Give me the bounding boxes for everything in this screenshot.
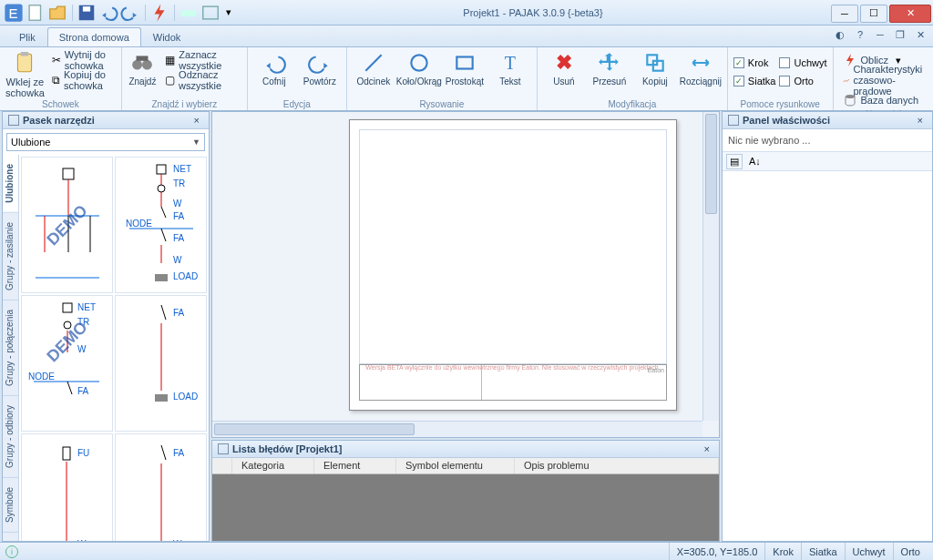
find-button[interactable]: Znajdź xyxy=(128,49,158,97)
qat-extra2-icon[interactable] xyxy=(200,3,220,23)
sort-icon[interactable]: A↓ xyxy=(746,155,764,168)
select-all-button[interactable]: ▦Zaznacz wszystkie xyxy=(161,51,241,69)
select-all-icon: ▦ xyxy=(165,53,175,67)
undo-button[interactable]: Cofnij xyxy=(253,49,295,97)
uchwyt-checkbox[interactable]: Uchwyt xyxy=(779,55,826,71)
redo-icon[interactable] xyxy=(120,3,140,23)
info-icon[interactable]: i xyxy=(5,545,18,558)
new-icon[interactable] xyxy=(26,3,46,23)
side-tab-zasilanie[interactable]: Grupy - zasilanie xyxy=(3,213,18,300)
svg-rect-25 xyxy=(157,165,166,174)
hscroll-thumb[interactable] xyxy=(214,423,415,435)
pin-icon[interactable] xyxy=(218,443,229,454)
group-label-znajdz: Znajdź i wybierz xyxy=(128,99,241,110)
undo-icon[interactable] xyxy=(98,3,118,23)
qat-dropdown-icon[interactable]: ▾ xyxy=(222,3,235,23)
cut-button[interactable]: ✂Wytnij do schowka xyxy=(48,51,116,69)
mdi-restore-icon[interactable]: ❐ xyxy=(893,27,907,42)
copy-obj-button[interactable]: Kopiuj xyxy=(634,49,676,97)
svg-line-52 xyxy=(161,305,166,320)
status-krok[interactable]: Krok xyxy=(764,543,801,560)
app-icon[interactable]: E xyxy=(4,3,24,23)
svg-point-28 xyxy=(158,185,165,192)
categorize-icon[interactable]: ▤ xyxy=(726,154,743,169)
vscroll-thumb[interactable] xyxy=(705,114,717,214)
window-maximize-button[interactable]: ☐ xyxy=(860,5,887,23)
style-icon[interactable]: ◐ xyxy=(833,27,847,42)
delete-button[interactable]: ✖Usuń xyxy=(543,49,585,97)
errorlist-col-icon[interactable] xyxy=(212,458,232,473)
properties-close-button[interactable]: × xyxy=(914,115,927,126)
siatka-checkbox[interactable]: ✓Siatka xyxy=(733,73,776,89)
text-button[interactable]: TTekst xyxy=(489,49,531,97)
stretch-button[interactable]: Rozciągnij xyxy=(680,49,722,97)
deselect-all-button[interactable]: ▢Odznacz wszystkie xyxy=(161,71,241,89)
errorlist-close-button[interactable]: × xyxy=(701,443,713,454)
errorlist-titlebar[interactable]: Lista błędów [Projekt1] × xyxy=(212,441,719,458)
symbol-item[interactable]: NETTRWFANODEFAWLOAD xyxy=(115,157,207,293)
svg-rect-6 xyxy=(203,6,219,19)
characteristics-button[interactable]: Charakterystyki czasowo-prądowe xyxy=(839,71,934,89)
toolbox-category-select[interactable]: Ulubione ▼ xyxy=(6,133,205,151)
svg-rect-40 xyxy=(155,274,168,281)
errorlist-col-opis[interactable]: Opis problemu xyxy=(515,458,719,473)
tab-plik[interactable]: Plik xyxy=(7,27,47,46)
canvas-hscrollbar[interactable] xyxy=(212,421,702,437)
help-icon[interactable]: ? xyxy=(853,27,867,42)
window-titlebar: E ▾ Projekt1 - PAJAK 3.0.9 {-beta3} ─ ☐ … xyxy=(0,0,933,25)
bolt-icon[interactable] xyxy=(149,3,169,23)
move-button[interactable]: Przesuń xyxy=(589,49,631,97)
scissors-icon: ✂ xyxy=(52,53,61,67)
svg-text:LOAD: LOAD xyxy=(173,271,198,281)
errorlist-col-kategoria[interactable]: Kategoria xyxy=(232,458,314,473)
window-close-button[interactable]: ✕ xyxy=(889,5,931,23)
toolbox-titlebar[interactable]: Pasek narzędzi × xyxy=(3,112,209,129)
qat-extra1-icon[interactable] xyxy=(179,3,199,23)
mdi-minimize-icon[interactable]: ─ xyxy=(873,27,887,42)
toolbox-close-button[interactable]: × xyxy=(190,115,203,126)
window-minimize-button[interactable]: ─ xyxy=(831,5,858,23)
symbol-item[interactable]: FALOAD xyxy=(115,295,207,432)
binoculars-icon xyxy=(130,51,154,75)
line-button[interactable]: Odcinek xyxy=(353,49,395,97)
errorlist-col-symbol[interactable]: Symbol elementu xyxy=(396,458,515,473)
side-tab-polaczenia[interactable]: Grupy - połączenia xyxy=(3,300,18,396)
move-icon xyxy=(598,51,621,75)
svg-line-36 xyxy=(161,229,166,241)
drawing-canvas[interactable]: Wersja BETA wyłącznie do użytku wewnętrz… xyxy=(211,111,720,438)
ribbon-group-narzedzia: Oblicz▾ Charakterystyki czasowo-prądowe … xyxy=(834,47,934,110)
database-button[interactable]: Baza danych xyxy=(839,91,934,109)
pin-icon[interactable] xyxy=(728,115,739,126)
tab-strona-domowa[interactable]: Strona domowa xyxy=(47,27,141,46)
side-tab-odbiory[interactable]: Grupy - odbiory xyxy=(3,396,18,478)
symbol-item[interactable]: DEMO NETTRWNODEFA xyxy=(21,295,113,432)
symbol-item[interactable]: DEMO xyxy=(21,157,113,293)
svg-line-61 xyxy=(161,445,166,460)
errorlist-col-element[interactable]: Element xyxy=(314,458,396,473)
drawing-page[interactable]: Wersja BETA wyłącznie do użytku wewnętrz… xyxy=(349,119,677,411)
copy-button[interactable]: ⧉Kopiuj do schowka xyxy=(48,71,116,89)
circle-button[interactable]: Koło/Okrąg xyxy=(398,49,440,97)
krok-checkbox[interactable]: ✓Krok xyxy=(733,55,776,71)
save-icon[interactable] xyxy=(77,3,97,23)
canvas-vscrollbar[interactable] xyxy=(702,112,719,421)
properties-titlebar[interactable]: Panel właściwości × xyxy=(723,112,932,129)
group-label-pomoce: Pomoce rysunkowe xyxy=(733,99,827,110)
side-tab-symbole[interactable]: Symbole xyxy=(3,478,18,533)
side-tab-ulubione[interactable]: Ulubione xyxy=(3,155,18,213)
status-siatka[interactable]: Siatka xyxy=(801,543,845,560)
mdi-close-icon[interactable]: ✕ xyxy=(913,27,928,42)
open-icon[interactable] xyxy=(47,3,67,23)
symbol-item[interactable]: FAW xyxy=(115,433,207,541)
paste-button[interactable]: Wklej zeschowka xyxy=(5,49,45,97)
orto-checkbox[interactable]: Orto xyxy=(779,73,826,89)
rect-button[interactable]: Prostokąt xyxy=(444,49,486,97)
svg-rect-57 xyxy=(63,447,70,460)
pin-icon[interactable] xyxy=(8,115,19,126)
status-orto[interactable]: Orto xyxy=(893,543,928,560)
symbol-item[interactable]: FUW xyxy=(21,433,113,541)
svg-text:FA: FA xyxy=(173,233,185,243)
status-uchwyt[interactable]: Uchwyt xyxy=(845,543,893,560)
redo-button[interactable]: Powtórz xyxy=(299,49,341,97)
tab-widok[interactable]: Widok xyxy=(141,27,193,46)
